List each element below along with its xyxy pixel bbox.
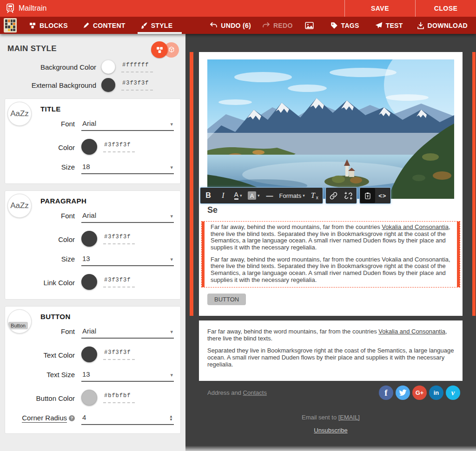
email-paragraph[interactable]: Far far away, behind the word mountains,…	[207, 328, 454, 342]
help-icon[interactable]: ?	[69, 415, 75, 421]
paragraph-color-swatch[interactable]	[81, 231, 97, 247]
title-size-select[interactable]: 18 ▾	[81, 163, 174, 174]
editor-toolbar: BLOCKS CONTENT STYLE U	[0, 17, 476, 34]
tag-icon	[331, 22, 338, 29]
email-text-block[interactable]: Far far away, behind the word mountains,…	[199, 320, 463, 381]
paragraph-color-hex-input[interactable]: #3f3f3f	[103, 234, 135, 244]
button-color-hex-input[interactable]: #bfbfbf	[103, 392, 135, 403]
external-background-label: External Background	[0, 81, 101, 89]
twitter-icon[interactable]	[396, 386, 410, 400]
save-button[interactable]: SAVE	[344, 0, 415, 17]
button-text-color-swatch[interactable]	[81, 346, 97, 362]
bold-button[interactable]: B	[201, 188, 216, 203]
background-color-hex-input[interactable]: #ffffff	[121, 62, 153, 72]
gallery-button[interactable]	[303, 17, 316, 34]
email-sent-line: Email sent to [EMAIL]	[199, 414, 463, 421]
clipboard-icon	[364, 192, 371, 200]
button-preview-badge: Button	[7, 309, 32, 333]
external-background-hex-input[interactable]: #3f3f3f	[121, 80, 153, 91]
chevron-down-icon: ▾	[303, 193, 305, 198]
email-paragraph[interactable]: Far far away, behind the word mountains,…	[211, 256, 454, 284]
paragraph-font-select[interactable]: Arial ▾	[81, 211, 174, 223]
email-paragraph[interactable]: Separated they live in Bookmarksgrove ri…	[207, 347, 454, 368]
formats-dropdown[interactable]: Formats▾	[277, 188, 307, 203]
google-plus-icon[interactable]: G+	[412, 386, 427, 400]
blocks-icon	[29, 22, 36, 29]
button-text-size-select[interactable]: 13 ▾	[81, 370, 174, 382]
cube-icon	[168, 46, 175, 53]
blocks-icon	[156, 46, 164, 54]
unsubscribe-link[interactable]: Unsubscribe	[314, 427, 347, 434]
clear-formatting-button[interactable]: Tx	[307, 188, 322, 203]
paragraph-color-label: Color	[12, 235, 81, 247]
number-stepper[interactable]: ▲ ▼	[169, 415, 173, 421]
mosaico-logo	[4, 18, 17, 33]
background-color-label: Background Color	[0, 63, 101, 71]
external-background-swatch[interactable]	[101, 78, 115, 92]
title-color-hex-input[interactable]: #3f3f3f	[103, 142, 135, 152]
contacts-link[interactable]: Contacts	[243, 389, 267, 396]
chevron-down-icon: ▾	[240, 193, 242, 198]
remove-link-button[interactable]	[341, 188, 356, 203]
paper-plane-icon	[375, 22, 383, 29]
richtext-toolbar: B I A▾ A▾ — Formats▾ Tx	[200, 187, 391, 204]
insert-link-button[interactable]	[326, 188, 341, 203]
topbar-actions: SAVE CLOSE	[344, 0, 476, 17]
vokalia-link[interactable]: Vokalia and Consonantia	[382, 223, 449, 230]
blocks-view-button[interactable]	[151, 41, 168, 58]
title-font-select[interactable]: Arial ▾	[81, 119, 174, 131]
chevron-down-icon: ▾	[170, 213, 173, 219]
train-icon	[5, 3, 16, 14]
paragraph-preview-badge: AaZz	[7, 194, 32, 218]
selected-text-block[interactable]: Far far away, behind the word mountains,…	[201, 221, 460, 288]
redo-button-disabled[interactable]: REDO	[260, 17, 295, 34]
italic-button[interactable]: I	[216, 188, 231, 203]
vimeo-icon[interactable]: v	[446, 386, 460, 400]
button-text-color-hex-input[interactable]: #3f3f3f	[103, 349, 135, 360]
horizontal-rule-button[interactable]: —	[262, 188, 277, 203]
download-icon	[417, 22, 424, 29]
tab-style-active[interactable]: STYLE	[139, 17, 175, 34]
email-paragraph[interactable]: Far far away, behind the word mountains,…	[211, 224, 454, 251]
hero-lake-mountains-image[interactable]	[207, 59, 454, 199]
button-color-label: Button Color	[12, 394, 81, 405]
paintbrush-icon	[140, 22, 148, 29]
background-color-swatch[interactable]	[101, 60, 115, 74]
chevron-down-icon: ▾	[170, 329, 173, 335]
button-color-swatch[interactable]	[81, 390, 97, 405]
email-button-sample[interactable]: BUTTON	[207, 294, 246, 305]
vokalia-link[interactable]: Vokalia and Consonantia	[378, 328, 445, 335]
download-button[interactable]: DOWNLOAD	[415, 17, 469, 34]
view-toggle	[151, 41, 179, 58]
corner-radius-input[interactable]: 4 ▲ ▼	[81, 413, 174, 425]
text-color-button[interactable]: A▾	[231, 188, 245, 203]
email-main-block[interactable]: Se Far far away, behind the word mountai…	[199, 52, 463, 316]
tab-blocks[interactable]: BLOCKS	[27, 17, 70, 34]
email-token-link[interactable]: [EMAIL]	[338, 414, 360, 421]
test-button[interactable]: TEST	[373, 17, 405, 34]
stepper-down-icon[interactable]: ▼	[169, 418, 173, 421]
background-color-button[interactable]: A▾	[245, 188, 262, 203]
section-title-partial[interactable]: Se	[207, 205, 454, 216]
paragraph-link-color-hex-input[interactable]: #3f3f3f	[103, 277, 135, 288]
image-icon	[305, 22, 314, 29]
facebook-icon[interactable]: f	[379, 386, 393, 400]
tab-content[interactable]: CONTENT	[81, 17, 127, 34]
source-code-button[interactable]: <>	[375, 188, 390, 203]
button-font-select[interactable]: Arial ▾	[81, 327, 174, 339]
undo-button[interactable]: UNDO (6)	[208, 17, 253, 34]
chevron-down-icon: ▾	[170, 121, 173, 127]
paragraph-link-color-swatch[interactable]	[81, 274, 97, 290]
linkedin-icon[interactable]: in	[429, 386, 443, 400]
style-panel: MAIN STYLE Background Color #ffffff	[0, 34, 185, 451]
redo-icon	[262, 22, 270, 29]
undo-icon	[210, 22, 218, 29]
title-style-card: AaZz TITLE Font Arial ▾ Color #3f3f3f Si…	[5, 98, 181, 184]
close-button[interactable]: CLOSE	[415, 0, 476, 17]
title-card-heading: TITLE	[40, 105, 174, 113]
title-color-swatch[interactable]	[81, 139, 97, 155]
tags-button[interactable]: TAGS	[329, 17, 361, 34]
paragraph-size-select[interactable]: 13 ▾	[81, 255, 174, 266]
paragraph-size-label: Size	[12, 255, 81, 266]
paste-as-text-button[interactable]	[360, 188, 375, 203]
